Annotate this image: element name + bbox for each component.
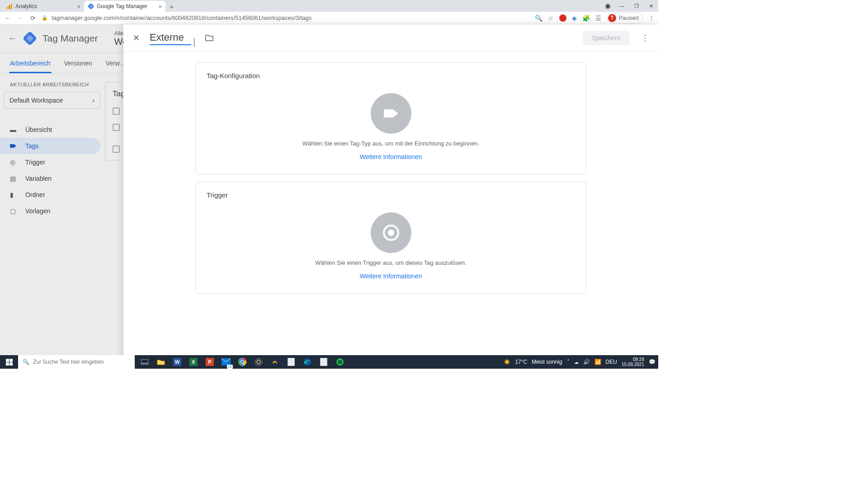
panel-title: Trigger [207, 191, 575, 199]
nav-forward-icon[interactable]: → [16, 14, 24, 22]
zoom-icon[interactable]: 🔍 [535, 14, 542, 22]
search-icon: 🔍 [23, 359, 29, 365]
svg-rect-0 [7, 7, 8, 9]
chrome-icon[interactable] [236, 356, 249, 368]
profile-chip[interactable]: T Pausiert [607, 13, 643, 23]
browser-tab-strip: Analytics × Google Tag Manager × + ◉ — ❐… [0, 0, 658, 12]
trigger-placeholder-icon [371, 212, 411, 253]
svg-rect-13 [141, 359, 148, 365]
svg-text:P: P [208, 359, 211, 365]
task-view-icon[interactable] [138, 356, 151, 368]
tag-config-hint: Wählen Sie einen Tag-Typ aus, um mit der… [302, 140, 479, 147]
lock-icon: 🔒 [42, 15, 48, 21]
svg-point-8 [388, 230, 394, 236]
tag-placeholder-icon [371, 93, 411, 134]
tag-config-more-link[interactable]: Weitere Informationen [360, 153, 422, 160]
tab-title: Analytics [15, 3, 37, 9]
app-icon-yellow[interactable] [269, 356, 281, 368]
gtm-favicon [88, 3, 94, 9]
reading-list-icon[interactable]: ☰ [595, 14, 601, 22]
clock-date: 15.09.2021 [622, 362, 644, 367]
close-icon[interactable]: × [158, 3, 162, 10]
app-icon-generic1[interactable] [285, 356, 297, 368]
modal-body: Tag-Konfiguration Wählen Sie einen Tag-T… [123, 52, 658, 369]
svg-rect-1 [9, 5, 10, 9]
explorer-icon[interactable] [155, 356, 167, 368]
taskbar-search[interactable]: 🔍 Zur Suche Text hier eingeben [18, 355, 135, 369]
account-circle-icon[interactable]: ◉ [600, 0, 615, 12]
browser-tab-analytics[interactable]: Analytics × [3, 1, 84, 12]
edge-icon[interactable] [301, 356, 314, 368]
spotify-icon[interactable] [334, 356, 346, 368]
volume-icon[interactable]: 🔊 [583, 359, 590, 365]
close-window-button[interactable]: ✕ [644, 0, 658, 12]
tag-name-input[interactable] [150, 31, 191, 45]
network-icon[interactable]: 📶 [594, 359, 601, 365]
trigger-panel[interactable]: Trigger Wählen Sie einen Trigger aus, um… [195, 182, 586, 294]
profile-initial: T [608, 14, 616, 22]
svg-text:X: X [192, 359, 195, 365]
url-text: tagmanager.google.com/#/container/accoun… [52, 14, 311, 21]
save-button[interactable]: Speichern [583, 31, 629, 45]
star-icon[interactable]: ☆ [548, 14, 554, 22]
svg-rect-2 [11, 4, 12, 9]
onedrive-icon[interactable]: ☁ [574, 360, 579, 365]
more-menu-icon[interactable]: ⋮ [641, 33, 649, 43]
minimize-button[interactable]: — [615, 0, 629, 12]
svg-rect-31 [320, 358, 327, 366]
obs-icon[interactable] [252, 356, 265, 368]
extensions-icon[interactable]: 🧩 [582, 14, 590, 22]
window-controls: ◉ — ❐ ✕ [600, 0, 658, 12]
input-lang[interactable]: DEU [606, 359, 617, 365]
tag-editor-modal: ✕ Speichern ⋮ Tag-Konfiguration Wählen S… [123, 24, 658, 369]
url-field[interactable]: 🔒 tagmanager.google.com/#/container/acco… [42, 14, 530, 21]
close-modal-button[interactable]: ✕ [129, 31, 143, 45]
page: ← Tag Manager Alle K… We… Arbeitsbereich… [0, 24, 658, 369]
excel-icon[interactable]: X [187, 356, 200, 368]
action-center-icon[interactable]: 💬 [649, 359, 656, 365]
tray-chevron-icon[interactable]: ˄ [567, 359, 570, 365]
maximize-button[interactable]: ❐ [629, 0, 644, 12]
trigger-hint: Wählen Sie einen Trigger aus, um dieses … [315, 259, 466, 266]
folder-icon[interactable] [205, 34, 213, 41]
clock-time: 09:28 [622, 357, 644, 362]
clock[interactable]: 09:28 15.09.2021 [622, 357, 644, 367]
weather-temp: 17°C [515, 359, 527, 365]
start-button[interactable] [0, 355, 18, 369]
text-caret [194, 38, 194, 47]
svg-rect-29 [288, 358, 295, 366]
search-placeholder: Zur Suche Text hier eingeben [33, 359, 104, 365]
mail-icon[interactable]: 22 [220, 356, 232, 368]
svg-point-25 [241, 361, 244, 363]
svg-rect-12 [9, 362, 13, 366]
svg-point-26 [255, 358, 262, 366]
word-icon[interactable]: W [171, 356, 184, 368]
calendar-badge: 22 [227, 365, 233, 369]
ext-icon-tag[interactable]: ◈ [572, 14, 577, 22]
ext-icon-red[interactable] [559, 14, 566, 22]
trigger-more-link[interactable]: Weitere Informationen [360, 272, 422, 280]
nav-back-icon[interactable]: ← [4, 14, 12, 22]
tag-config-panel[interactable]: Tag-Konfiguration Wählen Sie einen Tag-T… [195, 62, 586, 174]
windows-taskbar: 🔍 Zur Suche Text hier eingeben W X P 22 … [0, 355, 658, 369]
panel-title: Tag-Konfiguration [207, 72, 575, 80]
tab-title: Google Tag Manager [97, 3, 147, 9]
profile-status: Pausiert [619, 15, 639, 21]
browser-menu-icon[interactable]: ⋮ [648, 14, 655, 22]
svg-rect-11 [6, 362, 9, 366]
app-icon-generic2[interactable] [317, 356, 330, 368]
weather-icon[interactable]: ☀️ [504, 359, 510, 365]
analytics-favicon [6, 3, 13, 9]
svg-rect-10 [9, 359, 13, 362]
svg-rect-9 [6, 359, 9, 362]
weather-desc: Meist sonnig [532, 359, 562, 365]
powerpoint-icon[interactable]: P [203, 356, 216, 368]
svg-text:W: W [175, 359, 180, 365]
new-tab-button[interactable]: + [165, 1, 178, 12]
close-icon[interactable]: × [77, 3, 80, 10]
modal-header: ✕ Speichern ⋮ [123, 24, 658, 52]
address-bar: ← → ⟳ 🔒 tagmanager.google.com/#/containe… [0, 12, 658, 24]
reload-icon[interactable]: ⟳ [29, 14, 37, 22]
browser-tab-gtm[interactable]: Google Tag Manager × [84, 1, 165, 12]
